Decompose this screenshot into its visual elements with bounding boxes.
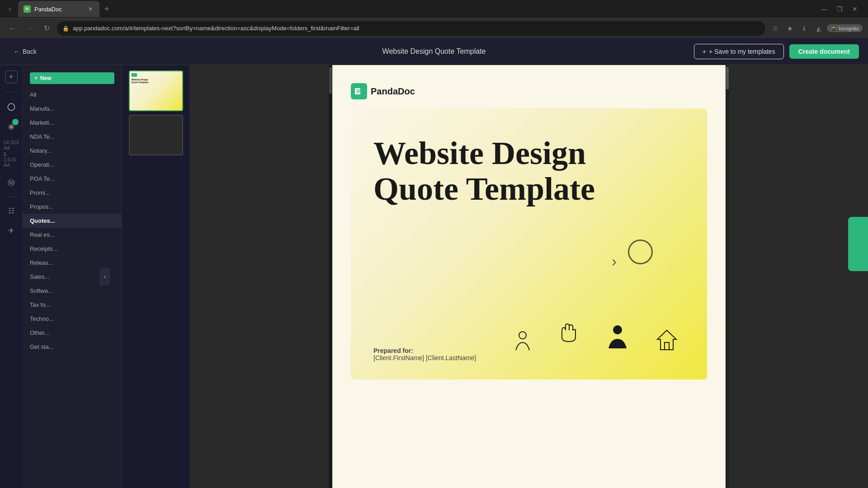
preview-scrollbar-right[interactable] — [726, 65, 729, 488]
stat-1: 14,023 AA — [4, 140, 19, 150]
right-float-button[interactable] — [848, 217, 868, 271]
back-label: Back — [23, 48, 37, 55]
list-item-realestate[interactable]: Real es... — [23, 228, 122, 242]
app-content: ← Back Website Design Quote Template + +… — [0, 38, 868, 488]
sidebar-item-home[interactable]: ◯ — [3, 98, 19, 114]
header-actions: + + Save to my templates Create document — [694, 44, 859, 59]
new-tab-button[interactable]: + — [100, 3, 113, 15]
list-item-proposals[interactable]: Propos... — [23, 200, 122, 214]
incognito-icon: 🥷 — [830, 25, 837, 31]
filter-all[interactable]: All — [23, 88, 122, 102]
document-preview[interactable]: PandaDoc Website Design Quote Template › — [332, 65, 726, 488]
thumbnail-2[interactable] — [129, 115, 183, 155]
address-bar-actions: 👁̸ ★ ⇓ ◭ 🥷 Incognito — [769, 22, 863, 35]
main-layout: + ◯ ◉ 14,023 AA $ 1,615 AA Ⓜ ☷ ✈ — [0, 65, 868, 488]
thumbnail-strip: Website DesignQuote Template — [122, 65, 190, 488]
nav-refresh-button[interactable]: ↻ — [40, 22, 53, 35]
list-item-promissory[interactable]: Promi... — [23, 186, 122, 200]
deco-circle — [628, 239, 653, 264]
list-item-quotes[interactable]: Quotes... — [23, 214, 122, 228]
tab-title: PandaDoc — [34, 6, 62, 13]
layout-icon[interactable]: ◭ — [812, 22, 825, 35]
maximize-button[interactable]: ❐ — [834, 3, 845, 15]
download-icon[interactable]: ⇓ — [798, 22, 811, 35]
nav-forward-button[interactable]: → — [23, 22, 36, 35]
home-icon: ◯ — [7, 102, 15, 111]
thumbnail-1[interactable]: Website DesignQuote Template — [129, 70, 183, 111]
hero-title-line2: Quote Template — [373, 171, 595, 207]
list-item-tech[interactable]: Techno... — [23, 312, 122, 326]
tab-favicon: P — [24, 5, 31, 13]
back-arrow-icon: ← — [14, 48, 20, 55]
incognito-badge: 🥷 Incognito — [827, 24, 863, 32]
tab-group: P PandaDoc ✕ + — [18, 1, 816, 17]
sidebar-item-analytics[interactable]: Ⓜ — [3, 175, 19, 191]
sidebar-divider-1 — [5, 92, 18, 93]
analytics-icon: Ⓜ — [8, 178, 15, 188]
list-item-operations[interactable]: Operati... — [23, 158, 122, 172]
tab-close-button[interactable]: ✕ — [87, 5, 94, 13]
window-controls: — ❐ ✕ — [818, 3, 864, 15]
thumb-logo — [132, 73, 137, 77]
nav-back-button[interactable]: ← — [5, 22, 19, 35]
list-item-tax[interactable]: Tax fo... — [23, 298, 122, 312]
app-header: ← Back Website Design Quote Template + +… — [0, 38, 868, 65]
list-item-manufacturing[interactable]: Manufa... — [23, 102, 122, 116]
active-tab[interactable]: P PandaDoc ✕ — [18, 1, 99, 17]
documents-icon: ☷ — [8, 206, 14, 215]
new-template-icon: + — [34, 75, 38, 81]
nav-collapse-button[interactable]: ‹ — [99, 267, 110, 286]
save-templates-label: + Save to my templates — [709, 48, 775, 55]
back-button[interactable]: ← Back — [9, 45, 41, 58]
add-new-icon[interactable]: + — [5, 70, 18, 83]
doc-logo: PandaDoc — [351, 83, 707, 99]
person-svg — [514, 330, 532, 352]
list-item-receipts[interactable]: Receipts... — [23, 242, 122, 256]
deco-icons-row — [514, 321, 678, 352]
address-bar-row: ← → ↻ 🔒 app.pandadoc.com/a/#/templates-n… — [0, 18, 868, 38]
prepared-value: [Client.FirstName] [Client.LastName] — [373, 354, 476, 361]
plus-icon: + — [703, 48, 706, 55]
incognito-label: Incognito — [839, 26, 859, 31]
list-item-notary[interactable]: Notary... — [23, 144, 122, 158]
eyeslash-icon[interactable]: 👁̸ — [769, 22, 782, 35]
list-item-poa[interactable]: POA Te... — [23, 172, 122, 186]
thumb-preview-content: Website DesignQuote Template — [130, 71, 182, 110]
person2-svg — [606, 324, 629, 351]
preview-left-scrollbar[interactable] — [329, 65, 332, 488]
list-item-software[interactable]: Softwa... — [23, 284, 122, 298]
person2-icon — [606, 324, 629, 352]
scrollbar-thumb-right — [726, 67, 729, 89]
team-icon: ✈ — [8, 226, 14, 235]
new-template-button[interactable]: + New — [30, 72, 114, 84]
hand-icon — [559, 321, 579, 348]
url-text: app.pandadoc.com/a/#/templates-next?sort… — [73, 25, 760, 32]
doc-hero: Website Design Quote Template › — [351, 108, 707, 380]
sidebar-divider-2 — [5, 197, 18, 197]
house-icon — [656, 328, 678, 352]
page-title: Website Design Quote Template — [382, 47, 486, 56]
browser-chrome: ‹ P PandaDoc ✕ + — ❐ ✕ ← → ↻ 🔒 app.panda… — [0, 0, 868, 38]
list-item-getstarted[interactable]: Get sta... — [23, 340, 122, 354]
sidebar-item-documents[interactable]: ☷ — [3, 202, 19, 219]
lock-icon: 🔒 — [62, 25, 69, 32]
minimize-button[interactable]: — — [818, 3, 830, 15]
preview-area: PandaDoc Website Design Quote Template › — [190, 65, 868, 488]
svg-rect-3 — [665, 343, 669, 350]
bookmark-icon[interactable]: ★ — [783, 22, 796, 35]
thumb-title: Website DesignQuote Template — [132, 78, 180, 84]
save-to-templates-button[interactable]: + + Save to my templates — [694, 44, 784, 59]
list-item-marketing[interactable]: Marketi... — [23, 116, 122, 130]
sidebar-item-status[interactable]: ◉ — [3, 118, 19, 134]
hand-svg — [559, 321, 579, 346]
close-button[interactable]: ✕ — [849, 3, 861, 15]
address-bar[interactable]: 🔒 app.pandadoc.com/a/#/templates-next?so… — [57, 21, 765, 36]
doc-prepared-section: Prepared for: [Client.FirstName] [Client… — [373, 347, 476, 361]
tab-nav-back[interactable]: ‹ — [4, 3, 16, 15]
sidebar-item-team[interactable]: ✈ — [3, 222, 19, 239]
status-badge — [12, 119, 19, 125]
list-item-nda[interactable]: NDA Te... — [23, 130, 122, 144]
svg-point-2 — [613, 325, 622, 334]
create-document-button[interactable]: Create document — [789, 44, 859, 59]
list-item-other[interactable]: Other... — [23, 326, 122, 340]
